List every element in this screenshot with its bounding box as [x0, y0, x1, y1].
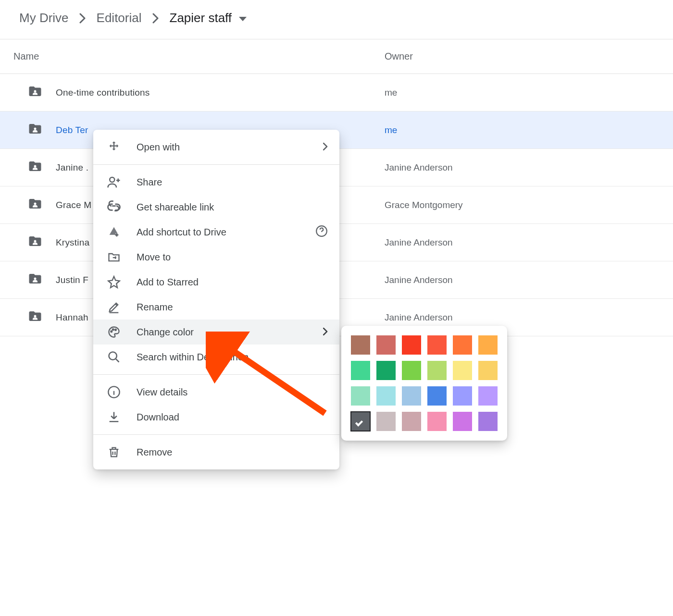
menu-download[interactable]: Download — [93, 405, 339, 430]
color-swatch[interactable] — [478, 361, 498, 380]
folder-owner: Janine Anderson — [385, 312, 654, 323]
menu-separator — [93, 164, 339, 165]
menu-label: Rename — [137, 302, 328, 313]
column-headers: Name Owner — [0, 39, 673, 74]
menu-rename[interactable]: Rename — [93, 295, 339, 320]
color-swatch[interactable] — [427, 412, 447, 431]
chevron-right-icon — [152, 13, 159, 24]
menu-view-details[interactable]: View details — [93, 380, 339, 405]
breadcrumb-item-current[interactable]: Zapier staff — [170, 11, 232, 25]
color-swatch[interactable] — [402, 361, 421, 380]
folder-move-icon — [106, 249, 122, 265]
column-owner[interactable]: Owner — [385, 51, 654, 62]
color-swatch[interactable] — [478, 386, 498, 406]
shared-folder-icon — [28, 84, 42, 101]
menu-label: Download — [137, 412, 328, 423]
menu-label: Share — [137, 177, 328, 188]
help-icon[interactable] — [315, 225, 328, 240]
menu-move-to[interactable]: Move to — [93, 245, 339, 270]
color-swatch[interactable] — [402, 386, 421, 406]
search-icon — [106, 349, 122, 365]
menu-add-shortcut[interactable]: Add shortcut to Drive — [93, 220, 339, 245]
svg-point-3 — [34, 203, 37, 205]
svg-point-11 — [112, 329, 114, 330]
menu-label: Change color — [137, 327, 323, 338]
person-add-icon — [106, 174, 122, 190]
shared-folder-icon — [28, 197, 42, 213]
breadcrumb-item-mydrive[interactable]: My Drive — [19, 11, 69, 25]
color-swatch[interactable] — [453, 335, 472, 355]
chevron-right-icon — [323, 327, 328, 338]
color-swatch[interactable] — [427, 335, 447, 355]
shared-folder-icon — [28, 309, 42, 326]
menu-open-with[interactable]: Open with — [93, 135, 339, 160]
menu-separator — [93, 374, 339, 375]
menu-search-within[interactable]: Search within Deb Tennen — [93, 345, 339, 370]
color-swatch[interactable] — [376, 386, 396, 406]
menu-separator — [93, 434, 339, 435]
color-picker — [341, 326, 507, 441]
svg-point-7 — [110, 177, 114, 182]
breadcrumb-dropdown-icon[interactable] — [238, 11, 247, 25]
menu-remove[interactable]: Remove — [93, 440, 339, 465]
color-swatch[interactable] — [376, 361, 396, 380]
folder-owner: me — [385, 125, 654, 136]
color-swatch[interactable] — [376, 412, 396, 431]
svg-point-2 — [34, 165, 37, 168]
menu-share[interactable]: Share — [93, 170, 339, 195]
svg-point-10 — [111, 331, 112, 332]
shared-folder-icon — [28, 271, 42, 288]
menu-label: Remove — [137, 447, 328, 458]
folder-owner: Janine Anderson — [385, 275, 654, 285]
svg-point-12 — [115, 329, 116, 331]
svg-point-4 — [34, 240, 37, 243]
folder-owner: Janine Anderson — [385, 237, 654, 248]
svg-point-5 — [34, 278, 37, 280]
folder-owner: me — [385, 87, 654, 98]
menu-star[interactable]: Add to Starred — [93, 270, 339, 295]
color-swatch[interactable] — [351, 335, 370, 355]
color-swatch[interactable] — [427, 386, 447, 406]
menu-label: Get shareable link — [137, 202, 328, 213]
svg-point-6 — [34, 315, 37, 318]
color-swatch[interactable] — [427, 361, 447, 380]
menu-change-color[interactable]: Change color — [93, 320, 339, 345]
color-swatch[interactable] — [478, 412, 498, 431]
shared-folder-icon — [28, 159, 42, 176]
move-icon — [106, 139, 122, 155]
color-swatch[interactable] — [453, 361, 472, 380]
color-swatch[interactable] — [402, 335, 421, 355]
shared-folder-icon — [28, 122, 42, 138]
color-swatch[interactable] — [453, 412, 472, 431]
info-icon — [106, 384, 122, 400]
folder-name: One-time contributions — [56, 87, 385, 98]
star-icon — [106, 274, 122, 290]
menu-get-link[interactable]: Get shareable link — [93, 195, 339, 220]
color-swatch[interactable] — [453, 386, 472, 406]
color-swatch[interactable] — [351, 386, 370, 406]
menu-label: Add shortcut to Drive — [137, 227, 315, 238]
breadcrumb-item-editorial[interactable]: Editorial — [97, 11, 142, 25]
color-swatch[interactable] — [376, 335, 396, 355]
menu-label: Search within Deb Tennen — [137, 352, 328, 363]
color-swatch[interactable] — [478, 335, 498, 355]
menu-label: Move to — [137, 252, 328, 263]
folder-owner: Janine Anderson — [385, 162, 654, 173]
chevron-right-icon — [323, 142, 328, 153]
color-swatch[interactable] — [351, 412, 370, 431]
svg-point-0 — [34, 90, 37, 93]
chevron-right-icon — [79, 13, 86, 24]
context-menu: Open with Share Get shareable link Add s… — [93, 130, 339, 469]
column-name[interactable]: Name — [13, 51, 385, 62]
drive-shortcut-icon — [106, 224, 122, 240]
breadcrumb: My Drive Editorial Zapier staff — [0, 0, 673, 39]
menu-label: Add to Starred — [137, 277, 328, 288]
color-swatch[interactable] — [351, 361, 370, 380]
menu-label: Open with — [137, 142, 323, 153]
folder-owner: Grace Montgomery — [385, 200, 654, 210]
shared-folder-icon — [28, 234, 42, 251]
folder-row[interactable]: One-time contributionsme — [0, 74, 673, 111]
link-icon — [106, 199, 122, 215]
color-swatch[interactable] — [402, 412, 421, 431]
svg-point-13 — [109, 352, 117, 360]
